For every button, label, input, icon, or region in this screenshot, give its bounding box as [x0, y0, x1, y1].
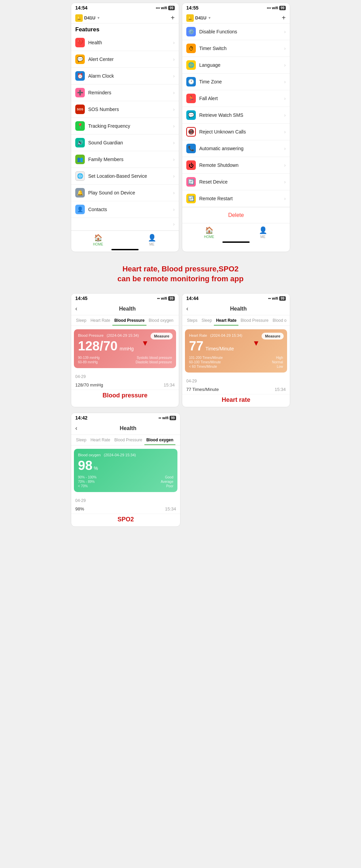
- contacts-label: Contacts: [88, 207, 173, 212]
- menu-play-sound[interactable]: 🔔 Play Sound on Device ›: [71, 185, 179, 201]
- chevron-icon: ›: [173, 73, 175, 79]
- tab-blood-o-hr[interactable]: Blood o: [270, 315, 288, 326]
- sound-guardian-label: Sound Guardian: [88, 140, 173, 145]
- language-label: Language: [199, 62, 284, 68]
- back-arrow-bp[interactable]: ‹: [75, 305, 77, 312]
- menu-reset[interactable]: 🔄 Reset Device ›: [182, 174, 290, 190]
- menu-alarm-clock[interactable]: ⏰ Alarm Clock ›: [71, 68, 179, 84]
- hr-label: Heart rate: [182, 394, 290, 407]
- signal-icon: ▪▪: [159, 416, 161, 420]
- tab-bp[interactable]: Blood Pressure: [112, 315, 147, 326]
- back-arrow-spo2[interactable]: ‹: [75, 425, 77, 432]
- bp-range-diastolic: 60-89 mmHg Diastolic blood pressure: [78, 360, 172, 364]
- spo2-health-header: ‹ Health: [71, 422, 180, 435]
- menu-health[interactable]: ❤️ Health ›: [71, 34, 179, 51]
- bp-measure-button[interactable]: Measure: [151, 333, 173, 340]
- add-button[interactable]: +: [171, 14, 175, 22]
- menu-family[interactable]: 👥 Family Members ›: [71, 151, 179, 168]
- menu-sound-guardian[interactable]: 🔊 Sound Guardian ›: [71, 135, 179, 151]
- menu-location[interactable]: 🌐 Set Location-Based Service ›: [71, 168, 179, 185]
- alert-center-icon: 💬: [75, 54, 85, 64]
- timer-label: Timer Switch: [199, 46, 284, 51]
- timezone-icon: 🕐: [186, 77, 196, 86]
- bp-range-systolic-value: 90-139 mmHg: [78, 356, 99, 360]
- bp-time: 14:45: [75, 296, 88, 301]
- add-button-right[interactable]: +: [282, 14, 286, 22]
- right-device-label: 🔔 D41U ▼: [186, 14, 211, 22]
- tab-bp-hr[interactable]: Blood Pressure: [238, 315, 270, 326]
- menu-language[interactable]: 🌐 Language ›: [182, 57, 290, 74]
- spo2-range-good-value: 90% - 100%: [78, 475, 96, 479]
- remote-restart-label: Remote Restart: [199, 196, 284, 201]
- language-icon: 🌐: [186, 60, 196, 70]
- reject-calls-icon: 📵: [186, 127, 196, 137]
- delete-button[interactable]: Delete: [182, 207, 290, 223]
- menu-fall[interactable]: 🏃 Fall Alert ›: [182, 90, 290, 107]
- tab-steps-hr[interactable]: Steps: [185, 315, 200, 326]
- spo2-range-poor: < 70% Poor: [78, 484, 173, 488]
- menu-more[interactable]: ›: [71, 218, 179, 231]
- hr-measure-button[interactable]: Measure: [262, 333, 284, 340]
- menu-timezone[interactable]: 🕐 Time Zone ›: [182, 74, 290, 90]
- reset-label: Reset Device: [199, 179, 284, 185]
- tab-sleep-hr[interactable]: Sleep: [200, 315, 214, 326]
- right-status-bar: 14:55 ▪▪▪ wifi 99: [182, 3, 290, 12]
- tab-sleep-spo2[interactable]: Sleep: [74, 435, 89, 445]
- home-icon-right: 🏠: [205, 226, 214, 234]
- tab-oxygen-bp[interactable]: Blood oxygen: [146, 315, 175, 326]
- tab-hr-spo2[interactable]: Heart Rate: [89, 435, 112, 445]
- menu-remote-shutdown[interactable]: ⏻ Remote Shutdown ›: [182, 157, 290, 174]
- menu-remote-restart[interactable]: 🔃 Remote Restart ›: [182, 190, 290, 207]
- promo-line2: can be remote monitoring from app: [75, 274, 286, 284]
- hr-range-normal-value: 60-100 Times/Minute: [189, 360, 221, 364]
- spo2-range-avg-label: Average: [161, 480, 173, 484]
- menu-reminders[interactable]: ➕ Reminders ›: [71, 84, 179, 101]
- left-status-bar: 14:54 ▪▪▪ wifi 99: [71, 3, 179, 12]
- chevron-icon: ›: [284, 129, 286, 135]
- tab-hr[interactable]: Heart Rate: [214, 315, 238, 326]
- tab-sleep-bp[interactable]: Sleep: [74, 315, 89, 326]
- nav-me[interactable]: 👤 ME: [125, 231, 179, 248]
- sos-icon: SOS: [75, 105, 85, 114]
- fall-icon: 🏃: [186, 94, 196, 103]
- nav-me-right[interactable]: 👤 ME: [236, 223, 290, 240]
- hr-data-entry: 77 Times/Minute 15:34: [182, 385, 290, 394]
- chevron-icon: ›: [173, 57, 175, 62]
- menu-reject-calls[interactable]: 📵 Reject Unknown Calls ›: [182, 124, 290, 140]
- spo2-range-poor-label: Poor: [166, 484, 173, 488]
- sms-icon: 💬: [186, 110, 196, 120]
- spo2-tabs: Sleep Heart Rate Blood Pressure Blood ox…: [71, 435, 180, 445]
- location-label: Set Location-Based Service: [88, 173, 173, 179]
- features-title: Features: [71, 23, 179, 34]
- dropdown-icon-right: ▼: [208, 16, 211, 20]
- menu-timer[interactable]: ⏱ Timer Switch ›: [182, 40, 290, 57]
- menu-tracking[interactable]: 📍 Tracking Frequency ›: [71, 118, 179, 135]
- back-arrow-hr[interactable]: ‹: [186, 305, 188, 312]
- bp-label: Blood pressure: [71, 390, 179, 403]
- chevron-icon: ›: [173, 90, 175, 95]
- tab-bp-spo2[interactable]: Blood Pressure: [112, 435, 144, 445]
- menu-contacts[interactable]: 👤 Contacts ›: [71, 201, 179, 218]
- menu-sms[interactable]: 💬 Retrieve Watch SMS ›: [182, 107, 290, 124]
- family-icon: 👥: [75, 155, 85, 164]
- alert-center-label: Alert Center: [88, 57, 173, 62]
- menu-alert-center[interactable]: 💬 Alert Center ›: [71, 51, 179, 68]
- hr-tabs: Steps Sleep Heart Rate Blood Pressure Bl…: [182, 315, 290, 326]
- menu-disable[interactable]: ⚙️ Disable Functions ›: [182, 23, 290, 40]
- right-device-name: D41U: [195, 15, 206, 20]
- location-icon: 🌐: [75, 171, 85, 181]
- left-screen-header: 🔔 D41U ▼ +: [71, 12, 179, 23]
- nav-home[interactable]: 🏠 HOME: [71, 231, 125, 248]
- tab-spo2[interactable]: Blood oxygen: [144, 435, 175, 445]
- spo2-status-icons: ▪▪ wifi 99: [159, 416, 176, 420]
- tab-heartrate-bp[interactable]: Heart Rate: [89, 315, 112, 326]
- menu-auto-answer[interactable]: 📞 Automatic answering ›: [182, 140, 290, 157]
- chevron-icon: ›: [284, 146, 286, 151]
- left-device-label: 🔔 D41U ▼: [75, 14, 100, 22]
- chevron-icon: ›: [173, 207, 175, 212]
- nav-home-right[interactable]: 🏠 HOME: [182, 223, 236, 240]
- right-time: 14:55: [186, 5, 199, 11]
- health-label: Health: [88, 40, 173, 45]
- bp-status-bar: 14:45 ▪▪ wifi 99: [71, 294, 179, 302]
- menu-sos[interactable]: SOS SOS Numbers ›: [71, 101, 179, 118]
